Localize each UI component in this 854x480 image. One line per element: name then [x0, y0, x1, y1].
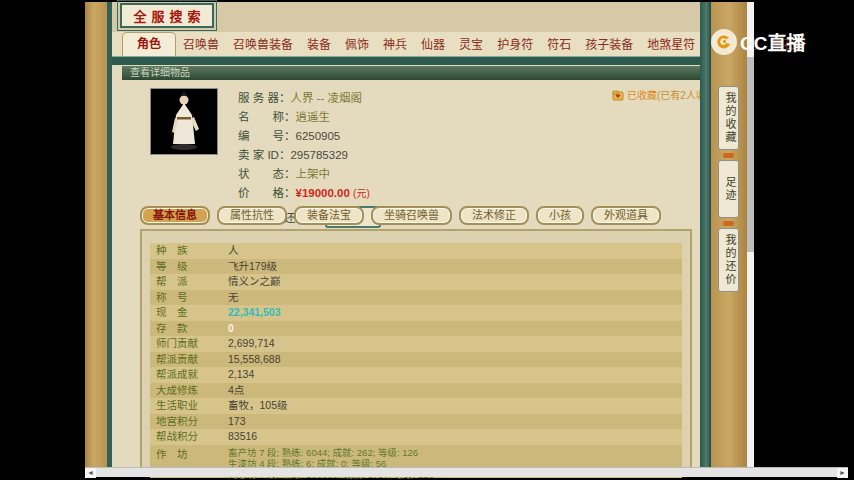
- row-guild-contribution: 帮派贡献15,558,688: [150, 352, 682, 368]
- rope-tie-decoration: [723, 153, 734, 158]
- cash-value: 22,341,503: [228, 305, 281, 321]
- right-side-panel: 我的收藏 足迹 我的还价: [711, 2, 747, 475]
- row-life-profession: 生活职业畜牧，105级: [150, 398, 682, 414]
- cc-live-label: CC直播: [740, 28, 805, 55]
- workshop-line-1: 畜产坊 7 段; 熟练: 6044; 成就: 262; 等级: 126: [228, 447, 434, 458]
- scroll-right-arrow-icon[interactable]: ►: [837, 468, 848, 478]
- row-deposit: 存 款0: [150, 321, 682, 337]
- my-favorites-button[interactable]: 我的收藏: [718, 86, 739, 150]
- row-dacheng-cultivation: 大成修炼4点: [150, 383, 682, 399]
- tab-amulet[interactable]: 护身符: [490, 34, 540, 56]
- tab-role[interactable]: 角色: [122, 32, 176, 56]
- tab-equip[interactable]: 装备: [300, 34, 338, 56]
- tab-summon-equip[interactable]: 召唤兽装备: [226, 34, 300, 56]
- game-content-area: 全服搜索 角色 召唤兽 召唤兽装备 装备 佩饰 神兵 仙器 灵宝 护身符 符石 …: [85, 2, 754, 475]
- tab-rune-stone[interactable]: 符石: [540, 34, 578, 56]
- horizontal-scrollbar[interactable]: ◄ ►: [85, 467, 848, 477]
- tab-immortal-weapon[interactable]: 仙器: [414, 34, 452, 56]
- tab-accessory[interactable]: 佩饰: [338, 34, 376, 56]
- cc-swirl-icon: [715, 33, 733, 51]
- category-tab-bar: 角色 召唤兽 召唤兽装备 装备 佩饰 神兵 仙器 灵宝 护身符 符石 孩子装备 …: [112, 32, 700, 56]
- field-number: 编 号：6250905: [238, 127, 395, 146]
- basic-info-rows: 种 族人 等 级飞升179级 帮 派情义ン之巅 称 号无 现 金22,341,5…: [150, 243, 682, 478]
- page-title: 全服搜索: [120, 3, 214, 28]
- basic-info-panel: 种 族人 等 级飞升179级 帮 派情义ン之巅 称 号无 现 金22,341,5…: [140, 229, 692, 473]
- page-root: 全服搜索 角色 召唤兽 召唤兽装备 装备 佩饰 神兵 仙器 灵宝 护身符 符石 …: [0, 0, 854, 480]
- favorite-label: 已收藏: [627, 87, 657, 102]
- info-tab-child[interactable]: 小孩: [536, 206, 584, 225]
- tab-summon[interactable]: 召唤兽: [176, 34, 226, 56]
- cc-live-icon: [711, 29, 737, 55]
- vertical-scrollbar-thumb[interactable]: [747, 57, 754, 252]
- teal-separator: [112, 56, 700, 65]
- info-tab-spell-correction[interactable]: 法术修正: [459, 206, 529, 225]
- field-status: 状 态：上架中: [238, 165, 395, 184]
- row-digong-points: 地宫积分173: [150, 414, 682, 430]
- detail-content: 查看详细物品 已收藏 (已有2人收藏): [112, 65, 700, 475]
- field-seller-id: 卖 家 ID：295785329: [238, 146, 395, 165]
- tab-disha-star-rune[interactable]: 地煞星符: [640, 34, 702, 56]
- tab-child-equip[interactable]: 孩子装备: [578, 34, 640, 56]
- footprints-button[interactable]: 足迹: [718, 160, 739, 218]
- page-title-label: 全服搜索: [133, 6, 205, 25]
- row-guild: 帮 派情义ン之巅: [150, 274, 682, 290]
- favorite-icon: [612, 89, 624, 101]
- rope-tie-decoration: [723, 221, 734, 226]
- tab-lingbao[interactable]: 灵宝: [452, 34, 490, 56]
- character-portrait: [150, 88, 218, 155]
- info-tab-appearance-items[interactable]: 外观道具: [591, 206, 661, 225]
- field-price: 价 格：¥19000.00 (元): [238, 184, 395, 203]
- right-teal-border: [700, 2, 711, 475]
- row-guild-achievement: 帮派成就2,134: [150, 367, 682, 383]
- field-server: 服 务 器：人界 -- 凌烟阁: [238, 89, 395, 108]
- scroll-left-arrow-icon[interactable]: ◄: [85, 468, 96, 478]
- info-tab-bar: 基本信息 属性抗性 装备法宝 坐骑召唤兽 法术修正 小孩 外观道具: [140, 206, 661, 225]
- my-counteroffer-button[interactable]: 我的还价: [718, 228, 739, 292]
- vertical-scrollbar[interactable]: [747, 2, 754, 468]
- character-figure: [151, 89, 217, 154]
- cc-live-watermark: CC直播: [711, 28, 805, 55]
- field-name: 名 称：逍遥生: [238, 108, 395, 127]
- info-tab-attributes[interactable]: 属性抗性: [217, 206, 287, 225]
- row-race: 种 族人: [150, 243, 682, 259]
- price-value: ¥19000.00: [296, 187, 350, 199]
- info-tab-equip-treasure[interactable]: 装备法宝: [294, 206, 364, 225]
- row-guildwar-points: 帮战积分83516: [150, 429, 682, 445]
- row-level: 等 级飞升179级: [150, 259, 682, 275]
- left-wood-border: [85, 2, 107, 475]
- row-master-contribution: 师门贡献2,699,714: [150, 336, 682, 352]
- row-cash: 现 金22,341,503: [150, 305, 682, 321]
- row-title: 称 号无: [150, 290, 682, 306]
- info-tab-basic[interactable]: 基本信息: [140, 206, 210, 225]
- tab-divine-weapon[interactable]: 神兵: [376, 34, 414, 56]
- main-panel: 全服搜索 角色 召唤兽 召唤兽装备 装备 佩饰 神兵 仙器 灵宝 护身符 符石 …: [112, 2, 700, 475]
- detail-header-bar: 查看详细物品: [122, 66, 700, 80]
- info-tab-mount-summon[interactable]: 坐骑召唤兽: [371, 206, 452, 225]
